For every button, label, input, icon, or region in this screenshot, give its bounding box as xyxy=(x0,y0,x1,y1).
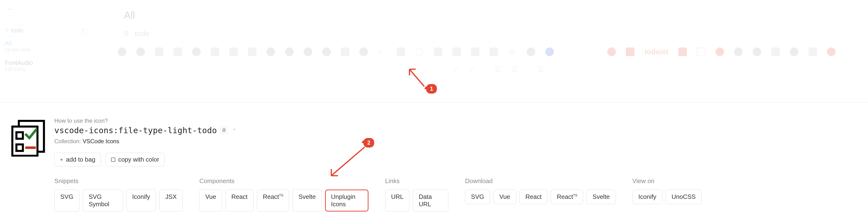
chevron-up-icon: ⌃ xyxy=(233,128,236,133)
result-icon[interactable]: ✓ xyxy=(378,48,386,56)
result-icon[interactable] xyxy=(471,48,479,56)
sidebar-search-input[interactable]: ⚲ todo ☰ xyxy=(2,25,88,36)
sidebar-item-subtitle: 155 icons xyxy=(5,66,86,72)
sidebar-item-subtitle: 23 icon sets xyxy=(5,47,86,53)
annotation-number: 1 xyxy=(426,84,437,93)
snippet-svgsymbol-button[interactable]: SVG Symbol xyxy=(83,190,123,212)
result-icon[interactable]: ☰ xyxy=(511,65,518,74)
snippet-iconify-button[interactable]: Iconify xyxy=(126,190,156,212)
result-icon[interactable]: ✓ xyxy=(469,65,475,74)
snippet-svg-button[interactable]: SVG xyxy=(54,190,80,212)
todoist-brand-label[interactable]: todoist xyxy=(645,48,668,56)
result-icon[interactable] xyxy=(545,48,554,56)
component-svelte-button[interactable]: Svelte xyxy=(292,190,321,212)
result-icon[interactable] xyxy=(827,48,836,56)
result-icon[interactable]: ✓ xyxy=(453,65,459,74)
sidebar-item-title: All xyxy=(5,39,86,47)
main-search[interactable]: ⚲ todo xyxy=(124,29,854,38)
copy-id-button[interactable] xyxy=(220,127,227,134)
page-title: All xyxy=(124,9,854,21)
result-icon[interactable] xyxy=(341,48,349,56)
sidebar-search-value: todo xyxy=(11,27,81,34)
sidebar-item-title: FontAudio xyxy=(5,59,86,66)
viewon-unocss-button[interactable]: UnoCSS xyxy=(665,190,702,204)
result-icon[interactable] xyxy=(360,48,368,56)
result-icon[interactable] xyxy=(155,48,163,56)
back-arrow-icon[interactable]: ← xyxy=(0,0,90,15)
result-icon-selected[interactable] xyxy=(434,48,442,56)
result-icon[interactable] xyxy=(808,48,817,56)
download-svelte-button[interactable]: Svelte xyxy=(587,190,616,204)
result-icon[interactable] xyxy=(697,48,706,56)
link-dataurl-button[interactable]: Data URL xyxy=(413,190,448,212)
result-icon[interactable] xyxy=(607,48,616,56)
result-icon[interactable] xyxy=(753,48,761,56)
main-column: All ⚲ todo ✓ ◯ xyxy=(91,0,868,81)
result-icon[interactable] xyxy=(734,48,743,56)
main-search-value: todo xyxy=(135,29,149,38)
download-vue-button[interactable]: Vue xyxy=(493,190,516,204)
download-react-button[interactable]: React xyxy=(520,190,548,204)
icon-result-grid: ✓ ◯ @ todoist xyxy=(118,48,854,56)
result-icon[interactable] xyxy=(285,48,293,56)
result-icon[interactable] xyxy=(211,48,219,56)
result-icon[interactable] xyxy=(229,48,238,56)
plus-icon: + xyxy=(60,156,63,163)
group-links: Links URL Data URL xyxy=(385,177,448,212)
icon-identifier: vscode-icons:file-type-light-todo xyxy=(54,126,217,135)
svg-rect-5 xyxy=(223,129,225,132)
component-react-button[interactable]: React xyxy=(225,190,254,212)
collapse-panel-button[interactable]: ⌃ xyxy=(231,127,238,134)
copy-with-color-button[interactable]: copy with color xyxy=(105,153,165,166)
result-icon[interactable] xyxy=(771,48,780,56)
result-icon[interactable] xyxy=(118,48,126,56)
group-title: Download xyxy=(465,177,616,185)
annotation-badge-1: 1 xyxy=(426,84,437,93)
result-icon[interactable]: @ xyxy=(508,48,517,56)
result-icon[interactable]: ◯ xyxy=(415,48,424,56)
collection-value[interactable]: VSCode Icons xyxy=(83,138,119,144)
result-icon[interactable] xyxy=(715,48,724,56)
sidebar-item-all[interactable]: All 23 icon sets xyxy=(0,36,90,56)
result-icon[interactable] xyxy=(527,48,535,56)
result-icon[interactable] xyxy=(136,48,145,56)
annotation-arrow-2 xyxy=(327,145,369,181)
sidebar-item-fontaudio[interactable]: FontAudio 155 icons xyxy=(0,56,90,76)
collection-label: Collection: xyxy=(54,138,81,144)
download-react-ts-button[interactable]: ReactTS xyxy=(551,190,583,204)
result-icon[interactable] xyxy=(267,48,275,56)
component-vue-button[interactable]: Vue xyxy=(199,190,222,212)
icon-detail-panel: How to use the icon? vscode-icons:file-t… xyxy=(3,109,865,212)
result-icon[interactable] xyxy=(397,48,405,56)
link-url-button[interactable]: URL xyxy=(385,190,409,212)
result-icon[interactable] xyxy=(790,48,798,56)
search-icon: ⚲ xyxy=(124,30,129,37)
group-title: Snippets xyxy=(54,177,183,185)
result-icon[interactable]: ☰ xyxy=(495,65,501,74)
add-to-bag-button[interactable]: + add to bag xyxy=(54,153,101,166)
viewon-iconify-button[interactable]: Iconify xyxy=(632,190,662,204)
group-title: View on xyxy=(632,177,702,185)
result-icon[interactable]: ☰ xyxy=(538,65,544,74)
result-icon[interactable] xyxy=(626,48,634,56)
collection-line: Collection: VSCode Icons xyxy=(54,138,868,145)
result-icon[interactable] xyxy=(678,48,687,56)
result-icon[interactable] xyxy=(452,48,461,56)
group-viewon: View on Iconify UnoCSS xyxy=(632,177,702,212)
result-icon[interactable] xyxy=(192,48,201,56)
snippet-jsx-button[interactable]: JSX xyxy=(159,190,183,212)
filter-icon[interactable]: ☰ xyxy=(81,28,85,33)
group-download: Download SVG Vue React ReactTS Svelte xyxy=(465,177,616,212)
result-icon[interactable] xyxy=(304,48,312,56)
download-svg-button[interactable]: SVG xyxy=(465,190,490,204)
result-icon[interactable] xyxy=(174,48,182,56)
result-icon[interactable] xyxy=(322,48,331,56)
component-unplugin-button[interactable]: Unplugin Icons xyxy=(325,190,368,212)
component-react-ts-button[interactable]: ReactTS xyxy=(257,190,289,212)
checkbox-icon xyxy=(111,158,115,162)
add-to-bag-label: add to bag xyxy=(66,156,95,163)
group-components: Components Vue React ReactTS Svelte Unpl… xyxy=(199,177,368,212)
result-icon[interactable] xyxy=(490,48,498,56)
result-icon[interactable] xyxy=(248,48,256,56)
group-title: Links xyxy=(385,177,448,185)
